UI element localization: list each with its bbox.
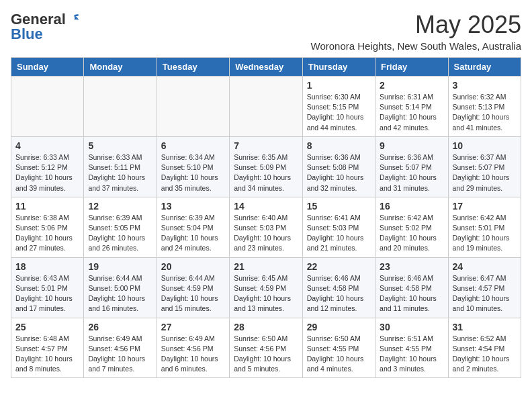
day-info: Sunrise: 6:39 AM Sunset: 5:05 PM Dayligh…	[88, 213, 152, 254]
day-number: 13	[161, 201, 225, 212]
day-number: 12	[88, 201, 152, 212]
calendar-cell: 9Sunrise: 6:36 AM Sunset: 5:07 PM Daylig…	[375, 136, 448, 197]
day-info: Sunrise: 6:33 AM Sunset: 5:12 PM Dayligh…	[15, 152, 79, 193]
day-number: 5	[88, 140, 152, 151]
day-info: Sunrise: 6:46 AM Sunset: 4:58 PM Dayligh…	[380, 273, 443, 314]
logo-blue-text: Blue	[11, 26, 43, 43]
logo-bird-icon	[67, 13, 81, 26]
calendar-cell: 31Sunrise: 6:52 AM Sunset: 4:54 PM Dayli…	[448, 318, 521, 378]
week-row-2: 4Sunrise: 6:33 AM Sunset: 5:12 PM Daylig…	[11, 136, 521, 197]
weekday-header-friday: Friday	[375, 58, 448, 77]
calendar-cell: 14Sunrise: 6:40 AM Sunset: 5:03 PM Dayli…	[230, 197, 302, 257]
calendar-cell: 28Sunrise: 6:50 AM Sunset: 4:56 PM Dayli…	[230, 318, 302, 378]
calendar-cell: 20Sunrise: 6:44 AM Sunset: 4:59 PM Dayli…	[157, 257, 229, 318]
day-number: 24	[453, 261, 517, 272]
day-info: Sunrise: 6:33 AM Sunset: 5:11 PM Dayligh…	[88, 152, 152, 193]
weekday-header-row: SundayMondayTuesdayWednesdayThursdayFrid…	[11, 58, 521, 77]
day-number: 3	[453, 80, 517, 91]
calendar-cell: 1Sunrise: 6:30 AM Sunset: 5:15 PM Daylig…	[302, 77, 375, 137]
day-info: Sunrise: 6:39 AM Sunset: 5:04 PM Dayligh…	[161, 213, 225, 254]
day-number: 27	[161, 322, 225, 332]
calendar-cell: 4Sunrise: 6:33 AM Sunset: 5:12 PM Daylig…	[11, 136, 84, 197]
day-number: 14	[234, 201, 298, 212]
calendar-cell: 30Sunrise: 6:51 AM Sunset: 4:55 PM Dayli…	[375, 318, 448, 378]
calendar-cell: 22Sunrise: 6:46 AM Sunset: 4:58 PM Dayli…	[302, 257, 375, 318]
day-info: Sunrise: 6:49 AM Sunset: 4:56 PM Dayligh…	[161, 334, 225, 375]
day-info: Sunrise: 6:34 AM Sunset: 5:10 PM Dayligh…	[161, 152, 225, 193]
calendar-cell: 15Sunrise: 6:41 AM Sunset: 5:03 PM Dayli…	[302, 197, 375, 257]
calendar-cell: 2Sunrise: 6:31 AM Sunset: 5:14 PM Daylig…	[375, 77, 448, 137]
day-info: Sunrise: 6:45 AM Sunset: 4:59 PM Dayligh…	[234, 273, 298, 314]
calendar-cell: 27Sunrise: 6:49 AM Sunset: 4:56 PM Dayli…	[157, 318, 229, 378]
calendar-cell	[157, 77, 229, 137]
day-number: 31	[453, 322, 517, 332]
day-info: Sunrise: 6:44 AM Sunset: 4:59 PM Dayligh…	[161, 273, 225, 314]
day-info: Sunrise: 6:48 AM Sunset: 4:57 PM Dayligh…	[15, 334, 79, 375]
calendar-table: SundayMondayTuesdayWednesdayThursdayFrid…	[11, 57, 521, 378]
day-info: Sunrise: 6:51 AM Sunset: 4:55 PM Dayligh…	[380, 334, 443, 375]
calendar-cell: 8Sunrise: 6:36 AM Sunset: 5:08 PM Daylig…	[302, 136, 375, 197]
calendar-cell: 29Sunrise: 6:50 AM Sunset: 4:55 PM Dayli…	[302, 318, 375, 378]
day-number: 19	[88, 261, 152, 272]
week-row-4: 18Sunrise: 6:43 AM Sunset: 5:01 PM Dayli…	[11, 257, 521, 318]
weekday-header-wednesday: Wednesday	[230, 58, 302, 77]
day-number: 26	[88, 322, 152, 332]
calendar-cell: 16Sunrise: 6:42 AM Sunset: 5:02 PM Dayli…	[375, 197, 448, 257]
day-info: Sunrise: 6:31 AM Sunset: 5:14 PM Dayligh…	[380, 92, 443, 133]
page-header: General Blue May 2025 Woronora Heights, …	[11, 11, 521, 52]
day-number: 18	[15, 261, 79, 272]
weekday-header-tuesday: Tuesday	[157, 58, 229, 77]
calendar-cell: 3Sunrise: 6:32 AM Sunset: 5:13 PM Daylig…	[448, 77, 521, 137]
calendar-cell	[11, 77, 84, 137]
day-number: 9	[380, 140, 443, 151]
day-number: 23	[380, 261, 443, 272]
day-number: 29	[307, 322, 371, 332]
week-row-1: 1Sunrise: 6:30 AM Sunset: 5:15 PM Daylig…	[11, 77, 521, 137]
calendar-cell: 19Sunrise: 6:44 AM Sunset: 5:00 PM Dayli…	[84, 257, 157, 318]
week-row-3: 11Sunrise: 6:38 AM Sunset: 5:06 PM Dayli…	[11, 197, 521, 257]
day-info: Sunrise: 6:36 AM Sunset: 5:08 PM Dayligh…	[307, 152, 371, 193]
day-number: 22	[307, 261, 371, 272]
day-info: Sunrise: 6:38 AM Sunset: 5:06 PM Dayligh…	[15, 213, 79, 254]
day-info: Sunrise: 6:42 AM Sunset: 5:01 PM Dayligh…	[453, 213, 517, 254]
day-number: 8	[307, 140, 371, 151]
title-block: May 2025 Woronora Heights, New South Wal…	[311, 11, 521, 52]
day-number: 17	[453, 201, 517, 212]
day-info: Sunrise: 6:43 AM Sunset: 5:01 PM Dayligh…	[15, 273, 79, 314]
calendar-cell: 17Sunrise: 6:42 AM Sunset: 5:01 PM Dayli…	[448, 197, 521, 257]
day-info: Sunrise: 6:47 AM Sunset: 4:57 PM Dayligh…	[453, 273, 517, 314]
day-number: 6	[161, 140, 225, 151]
day-info: Sunrise: 6:40 AM Sunset: 5:03 PM Dayligh…	[234, 213, 298, 254]
weekday-header-saturday: Saturday	[448, 58, 521, 77]
calendar-cell: 18Sunrise: 6:43 AM Sunset: 5:01 PM Dayli…	[11, 257, 84, 318]
weekday-header-monday: Monday	[84, 58, 157, 77]
day-number: 28	[234, 322, 298, 332]
day-number: 16	[380, 201, 443, 212]
weekday-header-sunday: Sunday	[11, 58, 84, 77]
day-number: 7	[234, 140, 298, 151]
logo: General Blue	[11, 11, 81, 43]
weekday-header-thursday: Thursday	[302, 58, 375, 77]
calendar-cell: 24Sunrise: 6:47 AM Sunset: 4:57 PM Dayli…	[448, 257, 521, 318]
day-info: Sunrise: 6:50 AM Sunset: 4:56 PM Dayligh…	[234, 334, 298, 375]
day-info: Sunrise: 6:49 AM Sunset: 4:56 PM Dayligh…	[88, 334, 152, 375]
day-info: Sunrise: 6:52 AM Sunset: 4:54 PM Dayligh…	[453, 334, 517, 375]
day-number: 15	[307, 201, 371, 212]
month-year: May 2025	[311, 11, 521, 39]
calendar-cell: 7Sunrise: 6:35 AM Sunset: 5:09 PM Daylig…	[230, 136, 302, 197]
calendar-cell: 26Sunrise: 6:49 AM Sunset: 4:56 PM Dayli…	[84, 318, 157, 378]
day-info: Sunrise: 6:30 AM Sunset: 5:15 PM Dayligh…	[307, 92, 371, 133]
calendar-cell: 10Sunrise: 6:37 AM Sunset: 5:07 PM Dayli…	[448, 136, 521, 197]
location: Woronora Heights, New South Wales, Austr…	[311, 40, 521, 52]
day-info: Sunrise: 6:41 AM Sunset: 5:03 PM Dayligh…	[307, 213, 371, 254]
calendar-cell: 13Sunrise: 6:39 AM Sunset: 5:04 PM Dayli…	[157, 197, 229, 257]
day-info: Sunrise: 6:36 AM Sunset: 5:07 PM Dayligh…	[380, 152, 443, 193]
day-number: 11	[15, 201, 79, 212]
day-number: 4	[15, 140, 79, 151]
day-info: Sunrise: 6:32 AM Sunset: 5:13 PM Dayligh…	[453, 92, 517, 133]
day-info: Sunrise: 6:35 AM Sunset: 5:09 PM Dayligh…	[234, 152, 298, 193]
calendar-cell: 5Sunrise: 6:33 AM Sunset: 5:11 PM Daylig…	[84, 136, 157, 197]
day-number: 2	[380, 80, 443, 91]
calendar-cell: 21Sunrise: 6:45 AM Sunset: 4:59 PM Dayli…	[230, 257, 302, 318]
calendar-cell: 23Sunrise: 6:46 AM Sunset: 4:58 PM Dayli…	[375, 257, 448, 318]
